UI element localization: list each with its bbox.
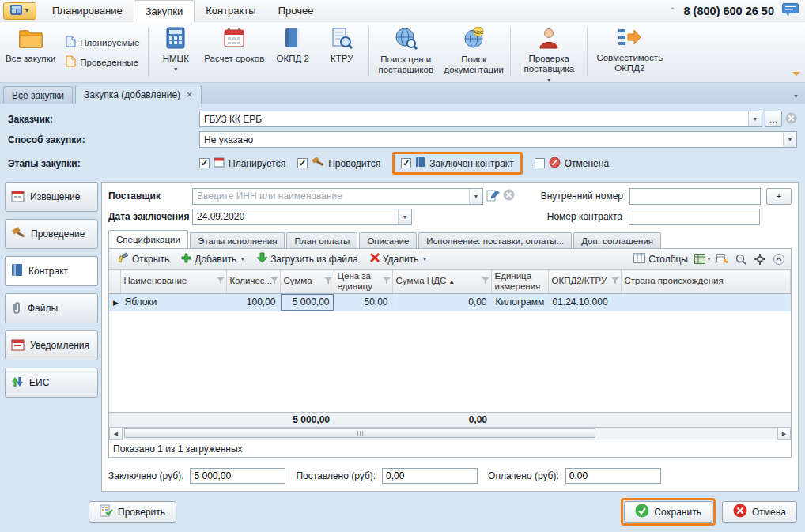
collapse-up-icon[interactable] <box>770 251 788 267</box>
scrollbar-thumb[interactable] <box>124 428 595 438</box>
grid-row-apples[interactable]: ▶ Яблоки 100,00 5 000,00 50,00 0,00 Кило… <box>109 293 791 311</box>
stage-planned[interactable]: Планируется <box>199 157 285 170</box>
planned-purchases-button[interactable]: Планируемые <box>66 36 139 49</box>
chevron-down-icon[interactable]: ▼ <box>469 189 482 204</box>
sidebar-item-contract[interactable]: Контракт <box>5 256 98 286</box>
tab-description[interactable]: Описание <box>359 232 417 248</box>
chevron-down-icon[interactable]: ▼ <box>398 209 411 224</box>
column-header-name[interactable]: Наименование <box>120 270 226 293</box>
menu-item-planning[interactable]: Планирование <box>41 0 134 22</box>
method-combo[interactable]: Не указано ▼ <box>199 131 797 148</box>
app-menu-button[interactable]: ▼ <box>3 2 36 20</box>
column-header-country[interactable]: Страна происхождения <box>621 270 791 293</box>
column-header-sum[interactable]: Сумма <box>280 270 334 293</box>
ribbon-overflow-icon[interactable] <box>792 72 800 80</box>
supplier-combo[interactable]: Введите ИНН или наименование ▼ <box>192 188 483 205</box>
tab-execution-stages[interactable]: Этапы исполнения <box>190 232 285 248</box>
paid-input[interactable] <box>565 468 661 484</box>
filter-icon[interactable] <box>611 276 619 286</box>
chevron-down-icon[interactable]: ▼ <box>748 111 762 126</box>
conclusion-date-picker[interactable]: 24.09.2020 ▼ <box>192 209 412 225</box>
column-header-price[interactable]: Цена за единицу <box>334 270 392 293</box>
load-from-file-button[interactable]: Загрузить из файла <box>252 251 363 267</box>
sidebar-item-conducting[interactable]: Проведение <box>5 219 98 249</box>
filter-icon[interactable] <box>324 276 332 286</box>
column-header-unit[interactable]: Единица измерения <box>491 270 548 293</box>
checkbox-contract[interactable] <box>401 158 411 168</box>
menu-item-other[interactable]: Прочее <box>267 0 325 22</box>
export-table-icon[interactable]: ▼ <box>694 251 712 267</box>
filter-icon[interactable] <box>217 276 225 286</box>
settings-icon[interactable] <box>751 251 769 267</box>
search-docs-button[interactable]: ABC Поиск документации <box>440 25 508 80</box>
delete-row-button[interactable]: Удалить ▼ <box>365 251 433 266</box>
okpd2-compat-button[interactable]: Совместимость ОКПД2 <box>590 25 669 80</box>
customer-browse-button[interactable]: … <box>765 111 782 127</box>
sidebar-item-files[interactable]: Файлы <box>5 293 98 323</box>
okpd2-button[interactable]: ОКПД 2 <box>268 25 317 80</box>
column-header-qty[interactable]: Количес... <box>226 270 280 293</box>
checkbox-cancelled[interactable] <box>535 158 545 168</box>
tab-payment-plan[interactable]: План оплаты <box>286 232 357 248</box>
column-header-vat[interactable]: Сумма НДС▲ <box>392 270 491 293</box>
scroll-left-icon[interactable]: ◀ <box>109 428 123 440</box>
nmck-button[interactable]: НМЦК ▼ <box>151 25 200 80</box>
supplier-check-button[interactable]: Проверка поставщика ▼ <box>513 25 584 80</box>
ktru-button[interactable]: КТРУ <box>317 25 366 80</box>
column-header-okpd[interactable]: ОКПД2/КТРУ <box>548 270 621 293</box>
supplied-input[interactable] <box>382 468 478 484</box>
tab-execution-supplies[interactable]: Исполнение: поставки, оплаты... <box>418 232 572 248</box>
cell-name[interactable]: Яблоки <box>120 293 226 311</box>
save-button[interactable]: Сохранить <box>624 501 712 523</box>
horizontal-scrollbar[interactable]: ◀ ▶ <box>109 428 791 440</box>
checkbox-conducted[interactable] <box>297 158 308 168</box>
customer-clear-icon[interactable] <box>785 112 797 126</box>
cell-qty[interactable]: 100,00 <box>226 293 280 311</box>
internal-number-input[interactable] <box>629 188 761 205</box>
cell-sum[interactable]: 5 000,00 <box>280 293 334 311</box>
filter-icon[interactable] <box>383 276 391 286</box>
close-icon[interactable]: × <box>186 90 193 100</box>
sidebar-item-eis[interactable]: ЕИС <box>5 368 98 398</box>
columns-button[interactable]: Столбцы <box>629 251 693 267</box>
search-icon[interactable] <box>732 251 750 267</box>
customer-combo[interactable]: ГБУЗ КК ЕРБ ▼ <box>199 111 762 127</box>
collapse-ribbon-icon[interactable]: ⌃ <box>669 6 675 15</box>
menu-item-purchases[interactable]: Закупки <box>134 0 195 22</box>
stage-cancelled[interactable]: Отменена <box>535 157 609 171</box>
conducted-purchases-button[interactable]: Проведенные <box>66 55 139 69</box>
cell-unit[interactable]: Килограмм <box>491 293 548 311</box>
menu-item-contracts[interactable]: Контракты <box>195 0 267 22</box>
tab-list-dropdown-icon[interactable]: ▼ <box>793 93 799 99</box>
search-prices-button[interactable]: Поиск цен и поставщиков <box>372 25 440 80</box>
calc-terms-button[interactable]: Расчет сроков <box>200 25 268 80</box>
stage-contract-highlight[interactable]: Заключен контракт <box>392 152 522 175</box>
cell-country[interactable] <box>621 293 791 311</box>
tab-all-purchases[interactable]: Все закупки <box>3 86 73 104</box>
chat-icon[interactable] <box>782 3 799 19</box>
tab-agreements[interactable]: Доп. соглашения <box>573 232 661 248</box>
checkbox-planned[interactable] <box>199 158 210 168</box>
sidebar-item-notifications[interactable]: Уведомления <box>5 330 98 360</box>
scroll-right-icon[interactable]: ▶ <box>777 428 791 440</box>
tab-purchase-add[interactable]: Закупка (добавление) × <box>75 85 202 104</box>
cancel-button[interactable]: Отмена <box>722 501 797 523</box>
supplier-edit-icon[interactable] <box>486 189 500 204</box>
chevron-down-icon[interactable]: ▼ <box>783 132 796 147</box>
concluded-input[interactable] <box>190 468 285 484</box>
layout-add-icon[interactable] <box>713 251 731 267</box>
stage-conducted[interactable]: Проводится <box>297 157 380 170</box>
add-contract-button[interactable]: + <box>766 188 792 205</box>
filter-icon[interactable] <box>270 276 278 286</box>
contract-number-input[interactable] <box>629 209 760 225</box>
grid-empty-area[interactable] <box>109 311 791 413</box>
check-button[interactable]: Проверить <box>89 501 176 523</box>
cell-vat[interactable]: 0,00 <box>392 293 491 311</box>
cell-price[interactable]: 50,00 <box>334 293 392 311</box>
all-purchases-button[interactable]: Все закупки <box>2 25 59 80</box>
add-row-button[interactable]: Добавить ▼ <box>176 251 250 267</box>
supplier-clear-icon[interactable] <box>503 189 515 203</box>
tab-specifications[interactable]: Спецификации <box>108 230 188 248</box>
filter-icon[interactable] <box>482 276 489 286</box>
cell-okpd[interactable]: 01.24.10.000 <box>548 293 621 311</box>
